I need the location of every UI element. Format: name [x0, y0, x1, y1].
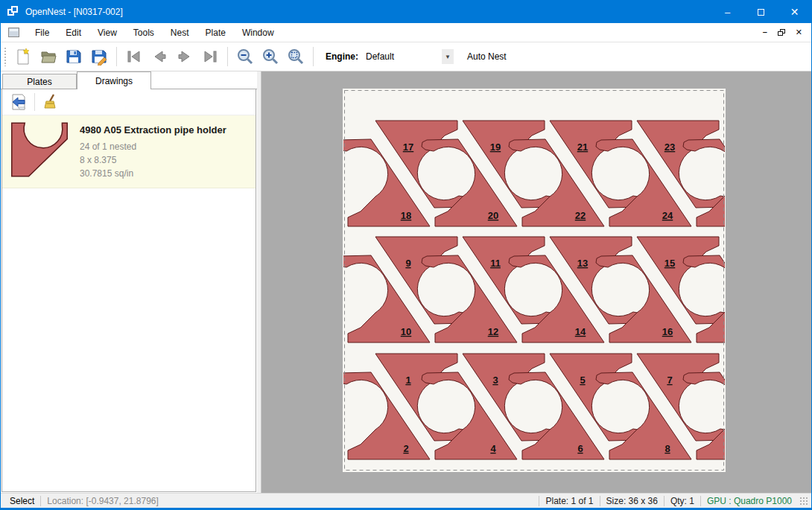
app-window: OpenNest - [N0317-002] – ✕ File Edit Vie…: [0, 0, 812, 510]
part-number-label: 4: [490, 443, 496, 454]
nav-first-button[interactable]: [121, 45, 147, 68]
part-number-label: 18: [401, 210, 411, 221]
part-number-label: 7: [667, 374, 672, 386]
status-separator: [700, 496, 701, 506]
part-number-label: 20: [488, 210, 498, 221]
mdi-restore-button[interactable]: [778, 29, 785, 36]
first-arrow-icon: [125, 48, 143, 66]
part-number-label: 1: [405, 374, 410, 386]
app-icon: [7, 6, 19, 18]
zoom-in-icon: [261, 48, 279, 66]
maximize-button[interactable]: [744, 1, 778, 23]
nesting-canvas[interactable]: 171819202122232491011121314151612345678: [261, 71, 811, 493]
resize-grip[interactable]: [799, 497, 808, 506]
close-button[interactable]: ✕: [778, 1, 811, 23]
part-number-label: 11: [490, 258, 501, 269]
menu-bar: File Edit View Tools Nest Plate Window –…: [1, 23, 811, 42]
toolbar-separator: [116, 47, 117, 66]
menu-nest[interactable]: Nest: [162, 23, 197, 42]
mdi-minimize-button[interactable]: –: [763, 28, 767, 36]
menu-view[interactable]: View: [89, 23, 125, 42]
drawing-area: 30.7815 sq/in: [80, 167, 226, 180]
last-arrow-icon: [201, 48, 219, 66]
zoom-in-button[interactable]: [258, 45, 283, 68]
save-as-icon: [90, 48, 108, 66]
open-file-button[interactable]: [36, 45, 61, 68]
part-number-label: 6: [577, 443, 583, 454]
plate-view: 171819202122232491011121314151612345678: [261, 71, 811, 493]
status-gpu: GPU : Quadro P1000: [707, 496, 792, 506]
chevron-down-icon[interactable]: ▼: [442, 49, 454, 64]
zoom-fit-button[interactable]: [283, 45, 308, 68]
zoom-fit-icon: [287, 48, 305, 66]
status-separator: [600, 496, 600, 506]
drawing-nested-count: 24 of 1 nested: [80, 140, 226, 153]
nav-prev-button[interactable]: [147, 45, 172, 68]
save-button[interactable]: [61, 45, 86, 68]
menu-window[interactable]: Window: [234, 23, 282, 42]
menu-plate[interactable]: Plate: [197, 23, 234, 42]
toolbar-grip: [4, 47, 7, 66]
open-folder-icon: [39, 48, 57, 66]
part-number-label: 12: [488, 326, 498, 337]
prev-arrow-icon: [150, 48, 168, 66]
panel-tabs: Plates Drawings: [1, 71, 257, 89]
toolbar-separator: [313, 47, 314, 66]
parts-panel: Plates Drawings: [1, 71, 257, 493]
part-number-label: 9: [405, 258, 410, 269]
part-number-label: 21: [577, 141, 588, 153]
minimize-button[interactable]: –: [711, 1, 744, 23]
auto-nest-button[interactable]: Auto Nest: [463, 48, 511, 65]
part-number-label: 3: [492, 374, 498, 386]
save-as-button[interactable]: [86, 45, 112, 68]
zoom-out-icon: [236, 48, 254, 66]
menu-file[interactable]: File: [27, 23, 57, 42]
status-bar: Select Location: [-0.9437, 21.8796] Plat…: [1, 493, 811, 508]
part-number-label: 19: [490, 141, 501, 153]
status-mode: Select: [4, 496, 34, 506]
part-number-label: 8: [664, 443, 670, 454]
part-number-label: 16: [662, 326, 673, 337]
status-plate: Plate: 1 of 1: [545, 496, 593, 506]
status-qty: Qty: 1: [670, 496, 694, 506]
title-bar: OpenNest - [N0317-002] – ✕: [1, 1, 811, 23]
zoom-out-button[interactable]: [232, 45, 258, 68]
toolbar-separator: [227, 47, 228, 66]
tab-plates[interactable]: Plates: [2, 74, 77, 89]
engine-select[interactable]: Default ▼: [363, 48, 454, 65]
menu-tools[interactable]: Tools: [125, 23, 162, 42]
document-icon: [8, 28, 19, 37]
status-location: Location: [-0.9437, 21.8796]: [47, 496, 158, 506]
part-number-label: 13: [577, 258, 588, 269]
engine-label: Engine:: [326, 51, 358, 62]
drawing-list-item[interactable]: 4980 A05 Extraction pipe holder 24 of 1 …: [2, 115, 256, 188]
part-number-label: 22: [575, 210, 586, 221]
tab-drawings[interactable]: Drawings: [77, 71, 151, 89]
drawing-title: 4980 A05 Extraction pipe holder: [80, 124, 226, 136]
new-file-button[interactable]: [10, 45, 36, 68]
part-number-label: 24: [662, 210, 673, 221]
part-thumbnail-shape: [12, 123, 67, 176]
nav-last-button[interactable]: [197, 45, 223, 68]
import-drawing-icon: [10, 93, 28, 111]
nav-next-button[interactable]: [172, 45, 197, 68]
part-number-label: 23: [664, 141, 675, 153]
part-number-label: 5: [580, 374, 585, 386]
part-number-label: 10: [401, 326, 411, 337]
clear-button[interactable]: [39, 91, 63, 113]
import-drawing-button[interactable]: [7, 91, 31, 113]
part-thumbnail: [10, 121, 69, 178]
next-arrow-icon: [176, 48, 194, 66]
status-separator: [40, 496, 41, 506]
part-number-label: 2: [403, 443, 408, 454]
status-separator: [539, 496, 539, 506]
drawing-size: 8 x 8.375: [80, 153, 226, 167]
part-number-label: 15: [664, 258, 675, 269]
engine-value: Default: [366, 51, 442, 62]
panel-toolbar-separator: [34, 93, 35, 111]
mdi-close-button[interactable]: ✕: [796, 28, 802, 36]
save-icon: [65, 48, 83, 66]
menu-edit[interactable]: Edit: [57, 23, 89, 42]
new-file-icon: [14, 48, 32, 66]
status-separator: [664, 496, 664, 506]
